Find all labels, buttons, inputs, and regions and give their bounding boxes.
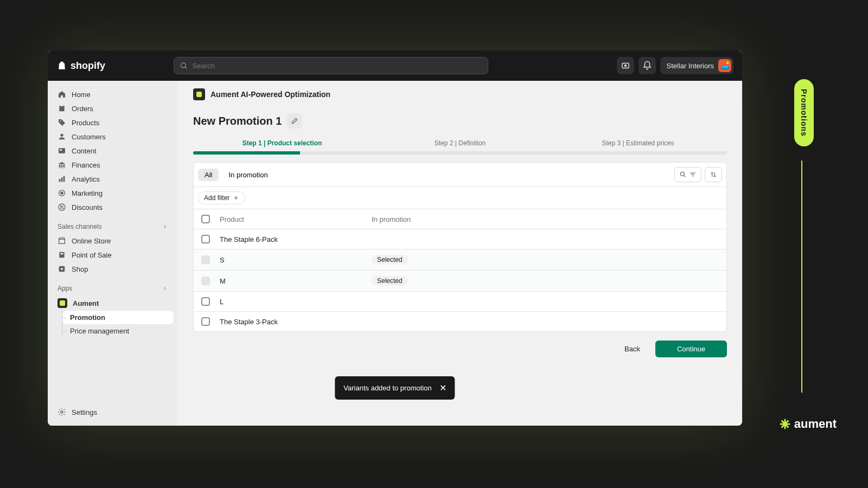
nav-home[interactable]: Home — [52, 87, 174, 101]
add-filter-button[interactable]: Add filter — [198, 191, 245, 204]
nav-shop[interactable]: Shop — [52, 262, 174, 276]
global-search[interactable] — [174, 57, 488, 74]
orders-icon — [58, 104, 66, 113]
promotions-side-line — [801, 160, 802, 393]
notifications-button[interactable] — [639, 57, 656, 74]
svg-point-14 — [61, 192, 63, 194]
wizard-footer: Back Continue — [178, 332, 742, 366]
store-name: Stellar Interiors — [667, 62, 714, 70]
search-icon — [679, 171, 687, 178]
nav-marketing[interactable]: Marketing — [52, 186, 174, 200]
store-switcher[interactable]: Stellar Interiors 🛋️ — [660, 57, 733, 74]
bank-icon — [58, 160, 66, 169]
continue-button[interactable]: Continue — [655, 341, 727, 357]
aument-brand: aument — [779, 417, 837, 431]
shopify-bag-icon — [56, 60, 67, 71]
tab-in-promotion[interactable]: In promotion — [222, 169, 274, 181]
shop-icon — [58, 265, 66, 273]
nav-app-promotion[interactable]: Promotion — [62, 311, 174, 324]
nav-orders[interactable]: Orders — [52, 101, 174, 115]
gear-icon — [58, 408, 66, 416]
select-all-checkbox[interactable] — [201, 215, 210, 223]
toast-close-button[interactable]: ✕ — [439, 383, 446, 393]
svg-rect-9 — [60, 149, 62, 151]
edit-title-button[interactable] — [287, 113, 302, 129]
app-name: Aument AI-Powered Optimization — [210, 90, 330, 99]
row-checkbox[interactable] — [201, 235, 210, 243]
variant-row[interactable]: L — [194, 291, 726, 311]
chart-icon — [58, 175, 66, 183]
aument-header-icon — [193, 88, 205, 100]
nav-discounts[interactable]: Discounts — [52, 200, 174, 214]
chevron-right-icon — [162, 285, 168, 292]
nav-app-aument[interactable]: Aument — [52, 296, 174, 311]
wizard-steps: Step 1 | Product selection Step 2 | Defi… — [178, 139, 742, 151]
product-row[interactable]: The Staple 6-Pack — [194, 229, 726, 249]
pos-icon — [58, 251, 66, 259]
svg-point-6 — [60, 120, 61, 121]
search-input[interactable] — [193, 62, 483, 70]
nav-app-price-management[interactable]: Price management — [62, 324, 174, 338]
step-1[interactable]: Step 1 | Product selection — [193, 139, 371, 151]
svg-rect-10 — [59, 179, 61, 182]
content-icon — [58, 146, 66, 155]
tag-icon — [58, 118, 66, 127]
topbar-actions: Stellar Interiors 🛋️ — [617, 57, 733, 74]
store-avatar: 🛋️ — [718, 59, 731, 72]
svg-rect-4 — [59, 106, 64, 112]
nav-products[interactable]: Products — [52, 115, 174, 130]
apps-header[interactable]: Apps — [52, 281, 174, 296]
nav-analytics[interactable]: Analytics — [52, 172, 174, 186]
svg-rect-11 — [61, 177, 63, 182]
svg-point-17 — [60, 206, 61, 206]
product-table-card: All In promotion Add filter Product In p… — [193, 162, 727, 332]
store-icon — [58, 236, 66, 245]
col-product: Product — [220, 215, 372, 223]
svg-line-26 — [684, 175, 686, 177]
wizard-progress — [193, 151, 727, 155]
variant-row[interactable]: MSelected — [194, 270, 726, 291]
sales-channels-header[interactable]: Sales channels — [52, 220, 174, 234]
table-header: Product In promotion — [194, 209, 726, 229]
home-icon — [58, 90, 66, 99]
nav-settings[interactable]: Settings — [52, 405, 174, 419]
toast-message: Variants added to promotion — [343, 384, 431, 392]
promotions-side-tab: Promotions — [794, 79, 814, 146]
inbox-icon — [621, 61, 630, 70]
discount-icon — [58, 203, 66, 211]
svg-rect-20 — [59, 252, 64, 258]
row-checkbox[interactable] — [201, 297, 210, 306]
svg-point-24 — [61, 411, 63, 413]
svg-point-23 — [61, 268, 63, 270]
row-checkbox[interactable] — [201, 317, 210, 326]
svg-rect-5 — [60, 105, 63, 106]
search-filter-button[interactable] — [674, 167, 701, 182]
product-row[interactable]: The Staple 3-Pack — [194, 311, 726, 331]
search-icon — [180, 61, 188, 70]
step-2[interactable]: Step 2 | Definition — [371, 139, 549, 151]
svg-rect-21 — [60, 253, 63, 255]
sort-button[interactable] — [705, 167, 722, 182]
nav-pos[interactable]: Point of Sale — [52, 248, 174, 262]
inbox-button[interactable] — [617, 57, 634, 74]
variant-row[interactable]: SSelected — [194, 249, 726, 270]
page-title: New Promotion 1 — [193, 115, 282, 127]
row-checkbox-disabled — [201, 255, 210, 264]
toast: Variants added to promotion ✕ — [335, 376, 455, 400]
svg-rect-19 — [59, 239, 65, 243]
main-content: Aument AI-Powered Optimization New Promo… — [178, 81, 742, 426]
back-button[interactable]: Back — [616, 341, 649, 357]
tab-all[interactable]: All — [198, 169, 219, 181]
sort-icon — [710, 171, 717, 178]
nav-customers[interactable]: Customers — [52, 130, 174, 144]
nav-online-store[interactable]: Online Store — [52, 234, 174, 248]
nav-finances[interactable]: Finances — [52, 158, 174, 172]
aument-app-icon — [58, 298, 67, 308]
step-3[interactable]: Step 3 | Estimated prices — [549, 139, 727, 151]
chevron-right-icon — [162, 223, 168, 230]
row-checkbox-disabled — [201, 277, 210, 285]
nav-content[interactable]: Content — [52, 144, 174, 158]
col-in-promotion: In promotion — [372, 215, 719, 223]
shopify-logo: shopify — [56, 60, 105, 72]
filter-icon — [689, 171, 697, 178]
